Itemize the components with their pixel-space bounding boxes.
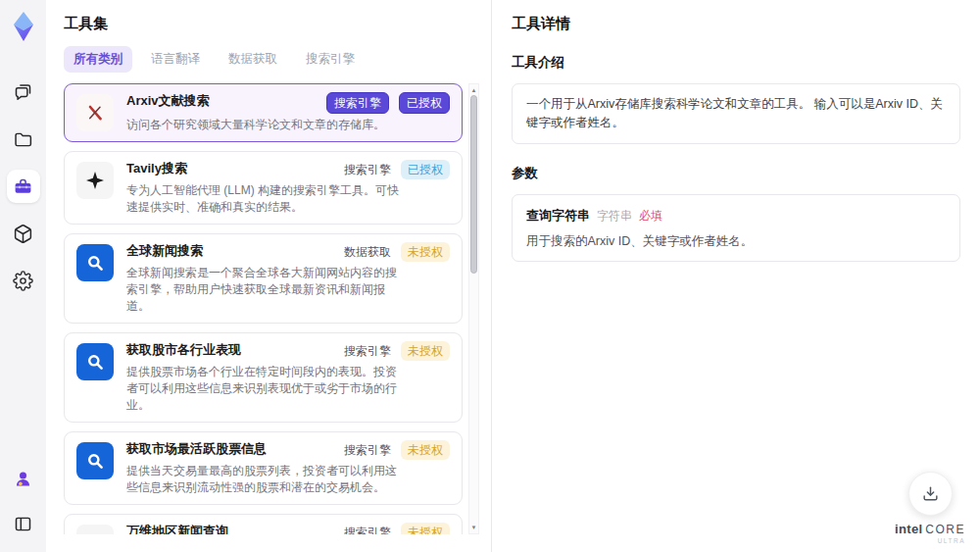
tool-description: 专为人工智能代理 (LLM) 构建的搜索引擎工具。可快速提供实时、准确和真实的结…	[126, 182, 403, 216]
tool-card[interactable]: 全球新闻搜索 数据获取 未授权 全球新闻搜索是一个聚合全球各大新闻网站内容的搜索…	[64, 233, 463, 324]
sidebar-rail	[0, 0, 46, 552]
brand-tier: ULTRA	[895, 538, 965, 545]
tool-description: 访问各个研究领域大量科学论文和文章的存储库。	[126, 117, 403, 133]
tool-card[interactable]: Arxiv文献搜索 搜索引擎 已授权 访问各个研究领域大量科学论文和文章的存储库…	[64, 83, 463, 142]
auth-status-badge: 未授权	[401, 341, 450, 361]
auth-status-badge: 未授权	[401, 440, 450, 460]
auth-status-badge: 未授权	[401, 242, 450, 262]
app-logo[interactable]	[8, 11, 39, 42]
category-badge: 搜索引擎	[344, 523, 391, 534]
tool-description: 提供股票市场各个行业在特定时间段内的表现。投资者可以利用这些信息来识别表现优于或…	[126, 364, 403, 414]
parameter-type: 字符串	[597, 209, 632, 223]
tool-card[interactable]: 万维地区新闻查询 搜索引擎 未授权 查询具体行政区划内的新闻，快速了解各地新闻动…	[64, 514, 463, 534]
intel-core-logo: intel CORE ULTRA	[895, 523, 965, 545]
parameter-name: 查询字符串	[526, 208, 590, 223]
news-search-icon	[76, 343, 114, 380]
parameter-header: 查询字符串字符串必填	[526, 206, 946, 225]
parameter-card: 查询字符串字符串必填 用于搜索的Arxiv ID、关键字或作者姓名。	[512, 194, 960, 262]
tab-data[interactable]: 数据获取	[219, 46, 287, 73]
brand-intel: intel	[895, 523, 922, 535]
page-title: 工具集	[64, 15, 479, 33]
app-window: 工具集 所有类别语言翻译数据获取搜索引擎 Arxiv文献搜索 搜索引擎 已授权 …	[0, 0, 980, 552]
tab-all[interactable]: 所有类别	[64, 46, 132, 73]
download-icon	[921, 484, 940, 503]
corner-widgets: intel CORE ULTRA	[895, 472, 965, 545]
panel-toggle-icon[interactable]	[7, 507, 40, 540]
category-badge: 数据获取	[344, 242, 391, 262]
scroll-down-icon[interactable]: ▼	[471, 525, 477, 530]
tab-translate[interactable]: 语言翻译	[141, 46, 210, 73]
tool-description: 全球新闻搜索是一个聚合全球各大新闻网站内容的搜索引擎，帮助用户快速获取全球最新资…	[126, 265, 403, 315]
tool-card[interactable]: 获取股市各行业表现 搜索引擎 未授权 提供股票市场各个行业在特定时间段内的表现。…	[64, 332, 463, 423]
rail-bottom	[7, 462, 40, 540]
details-title: 工具详情	[512, 15, 960, 33]
tool-name: Tavily搜索	[126, 160, 187, 177]
intro-section-title: 工具介绍	[512, 54, 960, 72]
tool-intro-text: 一个用于从Arxiv存储库搜索科学论文和文章的工具。 输入可以是Arxiv ID…	[512, 83, 960, 144]
category-tabs: 所有类别语言翻译数据获取搜索引擎	[64, 46, 479, 73]
parameter-description: 用于搜索的Arxiv ID、关键字或作者姓名。	[526, 233, 946, 250]
news-search-icon	[76, 244, 114, 281]
arxiv-icon	[76, 94, 114, 131]
params-section-title: 参数	[512, 165, 960, 182]
brand-core: CORE	[925, 524, 965, 535]
settings-icon[interactable]	[7, 264, 40, 297]
tool-name: 万维地区新闻查询	[126, 523, 228, 534]
rail-nav	[7, 75, 40, 297]
scrollbar-thumb[interactable]	[470, 95, 477, 274]
tool-description: 提供当天交易量最高的股票列表，投资者可以利用这些信息来识别流动性强的股票和潜在的…	[126, 463, 403, 496]
newspaper-icon	[76, 525, 114, 534]
tool-list: Arxiv文献搜索 搜索引擎 已授权 访问各个研究领域大量科学论文和文章的存储库…	[64, 83, 463, 534]
tool-name: 全球新闻搜索	[126, 242, 203, 260]
news-search-icon	[76, 442, 114, 479]
auth-status-badge: 已授权	[399, 92, 450, 114]
tool-name: 获取市场最活跃股票信息	[126, 440, 267, 458]
toolbox-icon[interactable]	[7, 170, 40, 203]
auth-status-badge: 已授权	[401, 160, 450, 179]
user-icon[interactable]	[7, 462, 40, 495]
tool-card[interactable]: 获取市场最活跃股票信息 搜索引擎 未授权 提供当天交易量最高的股票列表，投资者可…	[64, 431, 463, 505]
scrollbar[interactable]: ▲ ▼	[468, 83, 479, 534]
tab-search[interactable]: 搜索引擎	[296, 46, 365, 73]
required-badge: 必填	[639, 209, 662, 223]
category-badge: 搜索引擎	[344, 160, 391, 179]
folder-icon[interactable]	[7, 123, 40, 156]
category-badge: 搜索引擎	[344, 440, 391, 460]
tavily-icon	[76, 162, 114, 199]
tool-name: Arxiv文献搜索	[126, 92, 210, 110]
tool-card[interactable]: Tavily搜索 搜索引擎 已授权 专为人工智能代理 (LLM) 构建的搜索引擎…	[64, 151, 463, 225]
category-badge: 搜索引擎	[326, 92, 389, 114]
scroll-up-icon[interactable]: ▲	[471, 87, 477, 93]
tool-details-panel: 工具详情 工具介绍 一个用于从Arxiv存储库搜索科学论文和文章的工具。 输入可…	[492, 0, 980, 552]
tools-panel: 工具集 所有类别语言翻译数据获取搜索引擎 Arxiv文献搜索 搜索引擎 已授权 …	[46, 0, 492, 552]
category-badge: 搜索引擎	[344, 341, 391, 361]
download-button[interactable]	[908, 472, 953, 516]
tool-name: 获取股市各行业表现	[126, 341, 241, 359]
chat-icon[interactable]	[7, 75, 40, 109]
auth-status-badge: 未授权	[401, 523, 450, 534]
tool-list-viewport: Arxiv文献搜索 搜索引擎 已授权 访问各个研究领域大量科学论文和文章的存储库…	[64, 83, 479, 534]
cube-icon[interactable]	[7, 217, 40, 250]
